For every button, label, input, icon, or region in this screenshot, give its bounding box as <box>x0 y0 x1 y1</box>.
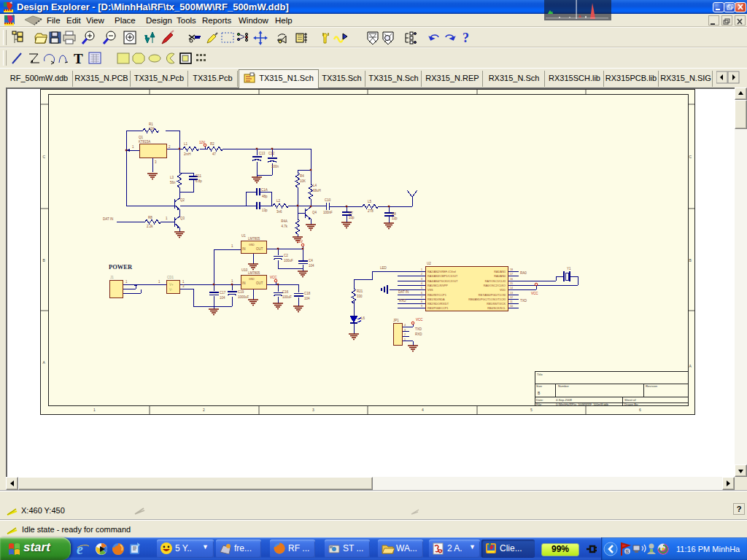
svg-text:48p: 48p <box>262 195 268 198</box>
svg-text:4.7k: 4.7k <box>281 225 287 228</box>
svg-text:RA0: RA0 <box>520 271 527 275</box>
svg-text:RA4/AN4/T0CKI/C2OUT: RA4/AN4/T0CKI/C2OUT <box>427 280 458 283</box>
svg-text:1000uF: 1000uF <box>238 295 249 299</box>
svg-text:Title: Title <box>537 373 543 376</box>
svg-text:C17: C17 <box>220 291 226 295</box>
svg-text:3: 3 <box>312 408 314 412</box>
svg-text:11: 11 <box>510 300 513 303</box>
svg-text:Q2: Q2 <box>180 198 185 202</box>
svg-text:10K: 10K <box>300 179 306 183</box>
svg-text:C13: C13 <box>259 152 266 155</box>
svg-text:RB0/INT/CCP1: RB0/INT/CCP1 <box>427 294 446 297</box>
svg-text:12V: 12V <box>199 141 205 144</box>
svg-text:LM7805: LM7805 <box>248 271 260 275</box>
svg-text:RA1/AN1: RA1/AN1 <box>494 271 506 273</box>
svg-text:C16: C16 <box>282 290 289 294</box>
svg-text:RB1/SDI/SDA: RB1/SDI/SDA <box>427 298 445 301</box>
svg-text:10: 10 <box>510 305 513 308</box>
svg-text:4: 4 <box>422 408 424 412</box>
svg-text:Revision: Revision <box>646 384 658 388</box>
svg-text:L5: L5 <box>368 200 372 203</box>
svg-text:TXD: TXD <box>520 299 527 303</box>
svg-text:Q1: Q1 <box>139 136 144 139</box>
svg-text:R4A: R4A <box>281 219 287 223</box>
svg-text:68uH: 68uH <box>313 189 321 192</box>
svg-text:C7: C7 <box>349 211 353 215</box>
svg-text:56n: 56n <box>170 181 176 184</box>
svg-text:2T8: 2T8 <box>368 209 374 213</box>
svg-text:JP1: JP1 <box>393 319 399 322</box>
svg-text:R1: R1 <box>149 122 153 126</box>
svg-text:Sheet of: Sheet of <box>624 398 636 402</box>
svg-text:2mH: 2mH <box>184 152 191 156</box>
svg-text:2: 2 <box>421 273 422 276</box>
svg-text:RXD: RXD <box>399 299 406 303</box>
svg-text:RXD: RXD <box>415 332 422 336</box>
svg-text:2: 2 <box>203 408 205 412</box>
svg-text:104: 104 <box>304 297 310 300</box>
svg-text:C1A: C1A <box>261 188 268 192</box>
svg-text:8: 8 <box>421 300 422 303</box>
svg-text:5: 5 <box>530 408 533 412</box>
svg-text:L1: L1 <box>184 142 188 146</box>
svg-text:R2: R2 <box>210 142 214 146</box>
svg-text:10p: 10p <box>349 216 355 219</box>
svg-text:13: 13 <box>510 292 513 295</box>
svg-text:100nF: 100nF <box>323 211 333 214</box>
svg-text:100uF: 100uF <box>282 295 292 299</box>
svg-text:OUT: OUT <box>256 281 263 285</box>
svg-text:VCC: VCC <box>270 276 277 279</box>
svg-text:12p: 12p <box>392 217 398 220</box>
svg-text:V+: V+ <box>169 283 174 287</box>
svg-text:C8: C8 <box>392 212 396 216</box>
svg-text:OUT: OUT <box>256 247 263 251</box>
svg-text:100uF: 100uF <box>284 259 293 262</box>
svg-text:RB7/AN6/PGD/T1OSI: RB7/AN6/PGD/T1OSI <box>479 294 506 297</box>
svg-text:104: 104 <box>220 296 225 300</box>
svg-text:3n6: 3n6 <box>276 210 282 214</box>
svg-text:L4: L4 <box>313 184 317 187</box>
svg-text:RA7/OSC1/CLKI: RA7/OSC1/CLKI <box>485 280 506 283</box>
svg-text:6: 6 <box>639 408 641 412</box>
svg-text:RB6/AN5/PGC/T1OSO/T1CKI: RB6/AN5/PGC/T1OSO/T1CKI <box>468 298 506 301</box>
svg-text:C2: C2 <box>284 254 288 257</box>
svg-text:C11: C11 <box>196 174 201 178</box>
svg-text:13p: 13p <box>262 209 268 212</box>
svg-text:6.8p: 6.8p <box>196 179 202 183</box>
svg-text:1: 1 <box>93 408 96 412</box>
svg-text:L6: L6 <box>361 316 365 320</box>
svg-text:R21: R21 <box>357 289 363 293</box>
svg-text:1: 1 <box>421 268 422 271</box>
svg-text:15: 15 <box>510 282 513 285</box>
svg-text:DAT IN: DAT IN <box>398 290 409 294</box>
svg-text:C4: C4 <box>309 259 313 262</box>
svg-text:RA2/AN2/VREF-/CVref: RA2/AN2/VREF-/CVref <box>427 271 457 273</box>
svg-text:RB2/SDO/RX/DT: RB2/SDO/RX/DT <box>427 303 449 306</box>
svg-text:VCC: VCC <box>416 318 423 322</box>
svg-text:VSS: VSS <box>427 289 433 292</box>
svg-text:TXD: TXD <box>415 327 422 331</box>
svg-text:RB4/SCK/SCL: RB4/SCK/SCL <box>487 307 506 310</box>
svg-text:47: 47 <box>212 152 217 156</box>
svg-text:C18: C18 <box>304 292 311 295</box>
svg-text:R4: R4 <box>300 174 304 178</box>
svg-text:Date:: Date: <box>536 398 543 402</box>
svg-text:3: 3 <box>421 278 422 281</box>
svg-text:Number: Number <box>558 384 569 388</box>
svg-text:CD1: CD1 <box>167 276 174 279</box>
svg-text:6: 6 <box>421 292 422 295</box>
svg-text:Y1: Y1 <box>567 267 571 271</box>
svg-text:4-Sep-2008: 4-Sep-2008 <box>556 398 573 402</box>
svg-text:9: 9 <box>421 305 422 308</box>
svg-text:D:\MinhHa\RF\tx_500MW\RF_500mW: D:\MinhHa\RF\tx_500MW\RF_500mW.ddb <box>556 403 608 406</box>
svg-text:104: 104 <box>309 264 314 268</box>
svg-text:RA6/OSC2/CLKO: RA6/OSC2/CLKO <box>484 284 506 287</box>
svg-text:5: 5 <box>421 287 422 289</box>
svg-text:RB5/SS/TX/CK: RB5/SS/TX/CK <box>487 303 506 306</box>
svg-text:File:: File: <box>536 402 542 406</box>
svg-text:VDD: VDD <box>500 289 506 292</box>
svg-text:17: 17 <box>510 273 513 276</box>
svg-text:3: 3 <box>404 329 406 332</box>
svg-text:C: C <box>43 155 46 159</box>
svg-text:S: S <box>626 549 630 554</box>
